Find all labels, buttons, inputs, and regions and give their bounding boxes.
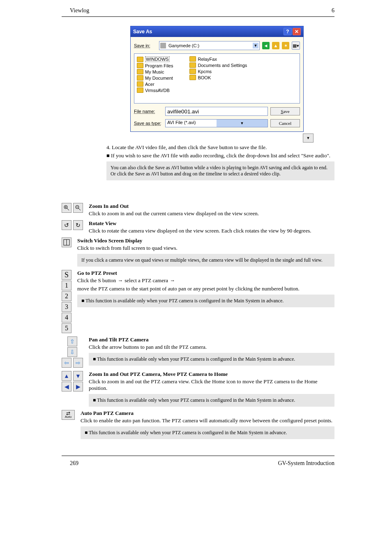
save-type-combo[interactable]: AVI File (*.avi) ▼ bbox=[165, 119, 268, 127]
row-note: ■ This function is available only when y… bbox=[89, 394, 334, 407]
cancel-button[interactable]: Cancel bbox=[270, 119, 300, 127]
ptz-preset-1-button[interactable]: 1 bbox=[62, 281, 71, 290]
row-title: Zoom In and Out PTZ Camera, Move PTZ Cam… bbox=[89, 371, 334, 378]
save-in-combo[interactable]: Ganymede (C:) ▼ bbox=[159, 41, 260, 50]
row-title: Rotate View bbox=[89, 220, 334, 227]
row-body: Click to rotate the camera view displaye… bbox=[89, 228, 334, 234]
ptz-preset-3-button[interactable]: 3 bbox=[62, 302, 71, 312]
dropdown-note: ■ If you wish to save the AVI file with … bbox=[106, 152, 334, 159]
row-body: Click to enable the auto pan function. T… bbox=[81, 417, 334, 424]
back-icon[interactable]: ◄ bbox=[262, 42, 270, 49]
file-item[interactable]: Acer bbox=[145, 82, 154, 87]
zoom-in-button[interactable] bbox=[62, 203, 71, 213]
ptz-zoom-out-button[interactable]: ▼ bbox=[73, 371, 83, 381]
file-item[interactable]: My Document bbox=[145, 76, 173, 81]
folder-icon bbox=[189, 75, 196, 80]
ptz-preset-4-button[interactable]: 4 bbox=[62, 313, 71, 322]
dropdown-icon[interactable]: ▼ bbox=[303, 134, 314, 143]
row-title: Switch Video Screen Display bbox=[77, 237, 334, 244]
help-button[interactable]: ? bbox=[284, 28, 292, 35]
svg-line-1 bbox=[67, 208, 69, 210]
row-note: ■ This function is available only when y… bbox=[81, 426, 334, 439]
folder-icon bbox=[189, 69, 196, 74]
note-block: You can also click the Save as AVI butto… bbox=[106, 161, 334, 180]
pan-down-button[interactable]: ⇩ bbox=[67, 347, 77, 357]
ptz-s-button[interactable]: S bbox=[62, 270, 71, 280]
header-right: 6 bbox=[332, 7, 334, 14]
file-item[interactable]: VrmssAVDB bbox=[145, 88, 170, 93]
row-note: ■ This function is available only when y… bbox=[77, 295, 334, 307]
ptz-zoom-in-button[interactable]: ▲ bbox=[62, 371, 71, 381]
split-view-button[interactable] bbox=[62, 237, 71, 247]
save-button[interactable]: Save bbox=[270, 107, 300, 115]
file-item[interactable]: RelayFax bbox=[198, 57, 217, 62]
new-folder-icon[interactable]: ✶ bbox=[282, 42, 289, 49]
file-item[interactable]: WINDOWS bbox=[145, 56, 170, 62]
file-list[interactable]: WINDOWS Program Files My Music My Docume… bbox=[134, 53, 300, 104]
save-type-value: AVI File (*.avi) bbox=[166, 120, 217, 127]
save-as-dialog: Save As ? ✕ Save in: Ganymede (C:) ▼ ◄ ▲… bbox=[130, 26, 304, 132]
folder-icon bbox=[137, 81, 143, 87]
folder-icon bbox=[137, 57, 143, 62]
header-left: Viewlog bbox=[70, 7, 89, 14]
save-in-value: Ganymede (C:) bbox=[168, 43, 251, 48]
ptz-preset-5-button[interactable]: 5 bbox=[62, 323, 71, 333]
rotate-cw-button[interactable]: ↻ bbox=[73, 220, 83, 230]
svg-line-5 bbox=[78, 208, 81, 210]
row-note: If you click a camera view on quad views… bbox=[77, 254, 334, 267]
chevron-down-icon[interactable]: ▼ bbox=[217, 120, 267, 127]
zoom-out-button[interactable] bbox=[73, 203, 83, 213]
up-one-level-icon[interactable]: ▲ bbox=[272, 42, 279, 49]
row-body: Click the arrow buttons to pan and tilt … bbox=[89, 344, 334, 350]
row-body: Click to switch from full screen to quad… bbox=[77, 245, 334, 251]
file-item[interactable]: My Music bbox=[145, 69, 164, 74]
close-button[interactable]: ✕ bbox=[293, 28, 301, 35]
save-in-label: Save in: bbox=[134, 43, 157, 48]
rotate-ccw-button[interactable]: ↺ bbox=[62, 220, 71, 230]
chevron-down-icon[interactable]: ▼ bbox=[253, 43, 258, 48]
folder-icon bbox=[189, 56, 196, 62]
folder-icon bbox=[137, 63, 143, 68]
folder-icon bbox=[137, 69, 143, 74]
auto-pan-button[interactable]: ⇄ Auto bbox=[62, 410, 75, 420]
file-item[interactable]: Program Files bbox=[145, 63, 173, 68]
views-icon[interactable]: ▦▾ bbox=[292, 41, 300, 50]
footer-left: 269 bbox=[70, 460, 78, 467]
pan-left-button[interactable]: ⇦ bbox=[62, 358, 71, 368]
file-name-input[interactable] bbox=[165, 107, 268, 116]
step-text: 4. Locate the AVI video file, and then c… bbox=[106, 144, 334, 151]
file-item[interactable]: Documents and Settings bbox=[198, 63, 247, 68]
file-name-label: File name: bbox=[134, 109, 163, 114]
row-title: Pan and Tilt PTZ Camera bbox=[89, 336, 334, 343]
dialog-title: Save As bbox=[133, 29, 152, 35]
row-note: ■ This function is available only when y… bbox=[89, 353, 334, 366]
pan-up-button[interactable]: ⇧ bbox=[67, 336, 77, 346]
row-title: Auto Pan PTZ Camera bbox=[81, 410, 334, 417]
pan-right-button[interactable]: ⇨ bbox=[73, 358, 83, 368]
folder-icon bbox=[189, 62, 196, 68]
file-item[interactable]: Kpcms bbox=[198, 69, 212, 74]
row-body: Click to zoom in and out the PTZ camera … bbox=[89, 378, 334, 391]
ptz-right-button[interactable]: ▶ bbox=[73, 382, 83, 391]
row-body: Click the S button → select a PTZ camera… bbox=[77, 277, 334, 292]
footer-right: GV-System Introduction bbox=[278, 460, 334, 467]
row-title: Go to PTZ Preset bbox=[77, 270, 334, 276]
save-type-label: Save as type: bbox=[134, 121, 163, 126]
folder-icon bbox=[137, 88, 143, 93]
ptz-left-button[interactable]: ◀ bbox=[62, 382, 71, 391]
drive-icon bbox=[160, 43, 166, 48]
folder-icon bbox=[137, 75, 143, 81]
row-body: Click to zoom in and out the current cam… bbox=[89, 210, 334, 217]
ptz-preset-2-button[interactable]: 2 bbox=[62, 291, 71, 301]
row-title: Zoom In and Out bbox=[89, 203, 334, 210]
file-item[interactable]: BOOK bbox=[198, 75, 211, 80]
